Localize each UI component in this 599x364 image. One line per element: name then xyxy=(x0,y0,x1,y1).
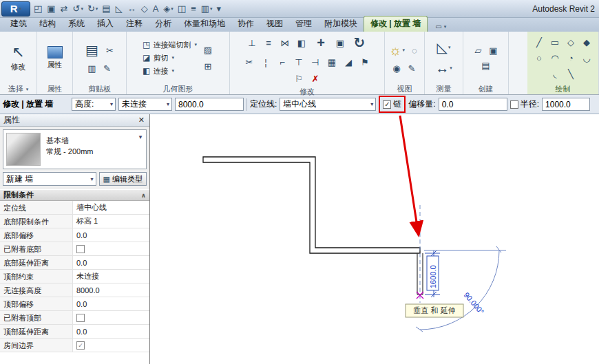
measure-icon[interactable]: ◺ ▾ xyxy=(434,38,454,57)
coping-menu[interactable]: ◳ 连接端切割 ▾ xyxy=(141,39,198,51)
thin-lines-icon[interactable]: ≡ xyxy=(189,2,199,16)
tab-modify-place-wall[interactable]: 修改 | 放置 墙 xyxy=(364,16,428,32)
split-element-icon[interactable]: ✂ xyxy=(242,55,256,69)
trim-extend-corner-icon[interactable]: ⌐ xyxy=(275,55,289,69)
location-line-combo[interactable]: 墙中心线 ▾ xyxy=(280,98,376,111)
paste-icon[interactable]: ▤ xyxy=(83,41,102,60)
cut-icon[interactable]: ✂ xyxy=(103,43,117,57)
measure-icon[interactable]: ◺ xyxy=(114,2,125,16)
save-icon[interactable]: ▣ xyxy=(45,2,58,16)
panel-label-draw[interactable]: 绘制 xyxy=(527,84,598,94)
property-row[interactable]: 顶部偏移 0.0 xyxy=(0,297,149,311)
panel-label-modify[interactable]: 修改 xyxy=(230,87,384,97)
customize-qat-icon[interactable]: ▾ xyxy=(215,2,224,16)
aligned-dimension-icon[interactable]: ↔ ▾ xyxy=(434,58,454,78)
array-icon[interactable]: ▦ xyxy=(325,55,339,69)
constraints-section-header[interactable]: 限制条件 ∧ xyxy=(0,189,149,201)
load-as-group-icon[interactable]: ▤ xyxy=(479,58,493,72)
chevron-down-icon[interactable]: ▾ xyxy=(135,130,146,169)
property-value[interactable]: 8000.0 xyxy=(76,286,100,295)
unpin-icon[interactable]: ⚐ xyxy=(292,72,306,85)
center-ends-arc-tool-icon[interactable]: ◔ xyxy=(564,51,578,65)
aligned-dimension-icon[interactable]: ↔ xyxy=(125,2,139,16)
tab-architecture[interactable]: 建筑 xyxy=(4,17,33,32)
tangent-end-arc-tool-icon[interactable]: ◡ xyxy=(580,51,593,65)
redo-icon[interactable]: ↻ ▾ xyxy=(85,2,100,16)
rectangle-tool-icon[interactable]: ▭ xyxy=(548,35,562,49)
align-icon[interactable]: ⊥ xyxy=(245,36,259,50)
text-icon[interactable]: A xyxy=(151,2,162,16)
radius-checkbox[interactable] xyxy=(510,100,518,109)
radius-value-input[interactable]: 1000.0 xyxy=(542,98,590,111)
panel-label-geometry[interactable]: 几何图形 xyxy=(127,84,229,94)
sync-icon[interactable]: ⇄ xyxy=(59,2,71,16)
section-icon[interactable]: ◫ xyxy=(176,2,189,16)
panel-label-clipboard[interactable]: 剪贴板 xyxy=(73,84,126,94)
property-value[interactable]: 0.0 xyxy=(76,231,87,239)
tab-massing-site[interactable]: 体量和场地 xyxy=(178,17,231,32)
property-value[interactable]: 未连接 xyxy=(76,271,99,281)
tag-by-category-icon[interactable]: ◇ xyxy=(139,2,151,16)
cut-geometry-menu[interactable]: ◪ 剪切 ▾ xyxy=(141,52,198,64)
property-value[interactable]: 0.0 xyxy=(76,300,87,308)
copy-element-icon[interactable]: ▣ xyxy=(333,36,347,50)
properties-palette-header[interactable]: 属性 ✕ xyxy=(0,114,149,127)
level-combo[interactable]: 未连接 ▾ xyxy=(118,98,172,111)
circle-tool-icon[interactable]: ○ xyxy=(532,51,546,65)
height-depth-combo[interactable]: 高度: ▾ xyxy=(72,98,116,111)
ribbon-display-toggle[interactable]: ▭ ▾ xyxy=(432,21,450,32)
property-value[interactable]: 0.0 xyxy=(76,328,87,336)
dimension-value[interactable]: 1600.0 xyxy=(429,265,437,288)
close-icon[interactable]: ✕ xyxy=(137,116,146,125)
property-row[interactable]: 底部偏移 0.0 xyxy=(0,228,149,242)
tab-manage[interactable]: 管理 xyxy=(289,17,318,32)
drawing-area[interactable]: 1600.0 90.000° 垂直 和 延伸 xyxy=(150,114,599,364)
height-value-input[interactable]: 8000.0 xyxy=(175,98,244,111)
properties-button[interactable]: 属性 xyxy=(39,46,70,70)
match-type-properties-icon[interactable]: ✎ xyxy=(101,61,114,75)
property-value[interactable] xyxy=(76,314,85,322)
wall-outline[interactable] xyxy=(203,157,420,253)
edit-type-button[interactable]: ▦ 编辑类型 xyxy=(99,172,147,186)
drawing-canvas-svg[interactable]: 1600.0 90.000° 垂直 和 延伸 xyxy=(150,114,598,364)
join-geometry-menu[interactable]: ◧ 连接 ▾ xyxy=(141,65,198,77)
reveal-hidden-elements-icon[interactable]: ◉ xyxy=(390,61,404,75)
property-value[interactable]: 0.0 xyxy=(76,259,87,267)
tab-analyze[interactable]: 分析 xyxy=(149,17,178,32)
rotate-icon[interactable]: ↻ xyxy=(350,33,369,52)
inscribed-polygon-tool-icon[interactable]: ◇ xyxy=(564,35,578,49)
property-row[interactable]: 顶部延伸距离 0.0 xyxy=(0,325,149,339)
hide-element-icon[interactable]: ◌ xyxy=(408,43,422,57)
property-row[interactable]: 房间边界 ✓ xyxy=(0,339,149,352)
property-row[interactable]: 底部延伸距离 0.0 xyxy=(0,256,149,270)
tab-addins[interactable]: 附加模块 xyxy=(318,17,364,32)
trim-extend-single-icon[interactable]: ⊤ xyxy=(292,55,306,69)
start-end-radius-arc-tool-icon[interactable]: ◠ xyxy=(548,51,562,65)
delete-icon[interactable]: ✗ xyxy=(308,72,322,85)
linework-icon[interactable]: ✎ xyxy=(406,61,419,75)
new-element-combo[interactable]: 新建 墙 ▾ xyxy=(3,172,96,186)
tab-view[interactable]: 视图 xyxy=(260,17,289,32)
split-face-icon[interactable]: ⊞ xyxy=(201,59,215,73)
copy-icon[interactable]: ▥ xyxy=(85,61,99,75)
chain-checkbox[interactable]: ✓ xyxy=(383,100,391,109)
property-row[interactable]: 顶部约束 未连接 xyxy=(0,270,149,283)
tab-systems[interactable]: 系统 xyxy=(62,17,91,32)
mirror-pick-axis-icon[interactable]: ⋈ xyxy=(278,36,292,50)
fillet-arc-tool-icon[interactable]: ◟ xyxy=(548,67,562,81)
switch-windows-icon[interactable]: ▥ ▾ xyxy=(199,2,215,16)
tab-collaborate[interactable]: 协作 xyxy=(231,17,260,32)
open-icon[interactable]: ◰ xyxy=(32,2,45,16)
paint-icon[interactable]: ▨ xyxy=(201,43,215,56)
modify-button[interactable]: ↖ 修改 xyxy=(3,44,34,72)
property-value[interactable]: ✓ xyxy=(76,341,85,350)
print-icon[interactable]: ▤ xyxy=(100,2,113,16)
pick-lines-tool-icon[interactable]: ╲ xyxy=(564,67,578,81)
split-with-gap-icon[interactable]: ¦ xyxy=(259,55,273,69)
trim-extend-multiple-icon[interactable]: ⊣ xyxy=(308,55,322,69)
property-value[interactable] xyxy=(76,245,85,253)
undo-icon[interactable]: ↺ ▾ xyxy=(71,2,85,16)
tab-annotate[interactable]: 注释 xyxy=(120,17,149,32)
mirror-draw-axis-icon[interactable]: ◧ xyxy=(295,36,308,50)
move-icon[interactable]: + xyxy=(311,33,330,52)
